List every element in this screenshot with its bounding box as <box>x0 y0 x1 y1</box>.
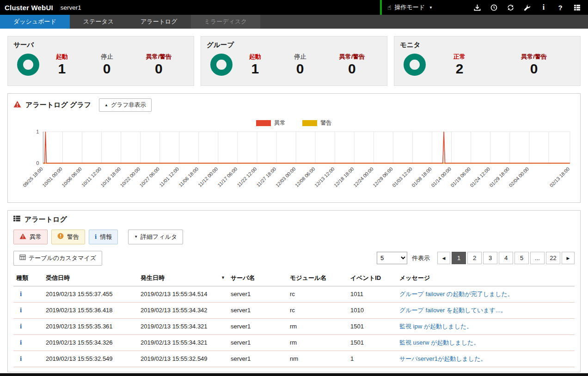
legend-error: 異常 <box>256 119 286 127</box>
info-icon: i <box>20 306 22 314</box>
error-triangle-icon <box>19 233 26 241</box>
page-size-select[interactable]: 5 <box>377 252 407 264</box>
alert-message-link[interactable]: グループ failover の起動が完了しました。 <box>397 286 575 302</box>
svg-text:1: 1 <box>36 129 39 134</box>
svg-text:01/08 18:00: 01/08 18:00 <box>410 166 433 188</box>
titlebar-actions: ☝ 操作モード ▼ i ? <box>380 0 585 15</box>
col-event-id[interactable]: イベントID <box>348 270 397 286</box>
group-summary-card: グループ 起動 1 停止 0 異常/警告 0 <box>201 36 387 86</box>
filter-error-button[interactable]: 異常 <box>13 230 48 244</box>
legend-warning: 警告 <box>302 119 332 127</box>
page-button-ellipsis[interactable]: ... <box>530 252 545 264</box>
alert-graph-title: アラートログ グラフ <box>25 101 91 109</box>
svg-text:11/17 06:00: 11/17 06:00 <box>216 166 238 188</box>
reload-icon[interactable] <box>502 0 519 15</box>
monitor-summary-card: モニタ 正常 2 異常/警告 0 <box>394 36 581 86</box>
tab-status[interactable]: ステータス <box>70 15 127 29</box>
page-button-1[interactable]: 1 <box>452 252 466 264</box>
col-server[interactable]: サーバ名 <box>228 270 287 286</box>
alert-row: i 2019/02/13 15:55:32.549 2019/02/13 15:… <box>13 351 575 367</box>
history-icon[interactable] <box>485 0 502 15</box>
tab-mirror-disk: ミラーディスク <box>191 15 261 29</box>
stat-error: 異常/警告 0 <box>339 53 365 77</box>
integrated-menu-icon[interactable] <box>569 0 585 15</box>
alert-row: i 2019/02/13 15:55:36.418 2019/02/13 15:… <box>13 302 575 318</box>
col-module[interactable]: モジュール名 <box>287 270 348 286</box>
stat-stopped: 停止 0 <box>101 53 113 77</box>
svg-text:11/27 18:00: 11/27 18:00 <box>255 166 277 188</box>
tab-bar: ダッシュボード ステータス アラートログ ミラーディスク <box>0 15 588 29</box>
svg-text:12/03 00:00: 12/03 00:00 <box>275 166 297 188</box>
page-button-5[interactable]: 5 <box>514 252 529 264</box>
page-button-3[interactable]: 3 <box>483 252 497 264</box>
hide-graph-button[interactable]: ▲ グラフ非表示 <box>99 98 152 112</box>
stat-started: 起動 1 <box>56 53 68 77</box>
page-button-22[interactable]: 22 <box>546 252 560 264</box>
svg-text:12/13 12:00: 12/13 12:00 <box>313 166 336 188</box>
caret-up-icon: ▲ <box>104 103 108 107</box>
card-title: グループ <box>207 41 381 49</box>
filter-info-button[interactable]: i 情報 <box>89 230 118 244</box>
customize-table-button[interactable]: テーブルのカスタマイズ <box>13 251 102 266</box>
info-icon: i <box>20 322 22 330</box>
page-button-2[interactable]: 2 <box>467 252 482 264</box>
svg-text:10/11 12:00: 10/11 12:00 <box>80 166 102 188</box>
help-icon[interactable]: ? <box>552 0 569 15</box>
server-donut-chart <box>17 54 39 76</box>
caret-down-icon: ▼ <box>429 6 433 10</box>
svg-text:10/06 06:00: 10/06 06:00 <box>61 166 83 188</box>
svg-text:12/18 18:00: 12/18 18:00 <box>333 166 355 188</box>
operation-mode-label: 操作モード <box>394 3 425 12</box>
alert-message-link[interactable]: 監視 userw が起動しました。 <box>397 334 575 351</box>
col-type[interactable]: 種類 <box>13 270 43 286</box>
page-button-4[interactable]: 4 <box>499 252 513 264</box>
operation-mode-button[interactable]: ☝ 操作モード ▼ <box>380 0 440 15</box>
prev-page-button[interactable]: ◀ <box>437 252 450 264</box>
next-page-button[interactable]: ▶ <box>562 252 575 264</box>
svg-text:10/27 06:00: 10/27 06:00 <box>138 166 160 188</box>
page-size-label: 件表示 <box>412 254 430 262</box>
card-title: モニタ <box>400 41 575 49</box>
info-icon[interactable]: i <box>535 0 552 15</box>
filter-warning-button[interactable]: 警告 <box>51 230 85 244</box>
col-message[interactable]: メッセージ <box>397 270 575 286</box>
group-donut-chart <box>210 54 233 76</box>
download-icon[interactable] <box>469 0 485 15</box>
summary-cards: サーバ 起動 1 停止 0 異常/警告 0 <box>7 36 581 86</box>
wrench-icon[interactable] <box>519 0 535 15</box>
monitor-donut-chart <box>404 54 426 76</box>
table-controls: テーブルのカスタマイズ 5 件表示 ◀ 1 2 3 4 5 ... 22 ▶ <box>13 251 575 266</box>
stat-started: 起動 1 <box>249 53 261 77</box>
alert-row: i 2019/02/13 15:55:37.455 2019/02/13 15:… <box>13 286 575 302</box>
table-icon <box>19 255 26 261</box>
card-title: サーバ <box>13 41 188 49</box>
svg-text:12/29 06:00: 12/29 06:00 <box>372 166 394 188</box>
alert-message-link[interactable]: グループ failover を起動しています...。 <box>397 302 575 318</box>
alert-log-table: 種類 受信日時 発生日時▼ サーバ名 モジュール名 イベントID メッセージ i… <box>13 270 575 367</box>
hand-pointer-icon: ☝ <box>387 4 392 11</box>
alert-graph-panel: アラートログ グラフ ▲ グラフ非表示 異常 警告 0109/25 18:001… <box>7 93 581 203</box>
alert-log-chart: 0109/25 18:0010/01 00:0010/06 06:0010/11… <box>13 128 575 198</box>
alert-message-link[interactable]: サーバserver1が起動しました。 <box>397 351 575 367</box>
alert-filters: 異常 警告 i 情報 ▼ 詳細フィルタ <box>13 230 575 244</box>
svg-text:01/19 06:00: 01/19 06:00 <box>449 166 472 188</box>
grid-icon <box>13 215 20 224</box>
col-occurred[interactable]: 発生日時▼ <box>138 270 228 286</box>
alert-log-title: アラートログ <box>24 215 67 224</box>
stat-error: 異常/警告 0 <box>521 53 547 77</box>
col-received[interactable]: 受信日時 <box>43 270 138 286</box>
sort-desc-icon: ▼ <box>221 275 225 280</box>
alert-message-link[interactable]: 監視 ipw が起動しました。 <box>397 318 575 334</box>
detail-filter-button[interactable]: ▼ 詳細フィルタ <box>128 230 183 244</box>
info-icon: i <box>95 233 97 240</box>
tab-dashboard[interactable]: ダッシュボード <box>0 15 70 29</box>
pagination: ◀ 1 2 3 4 5 ... 22 ▶ <box>437 252 575 264</box>
info-icon: i <box>20 355 22 362</box>
alert-row: i 2019/02/13 15:55:35.361 2019/02/13 15:… <box>13 318 575 334</box>
title-bar: Cluster WebUI server1 ☝ 操作モード ▼ i ? <box>0 0 588 15</box>
legend-warning-swatch <box>302 120 317 126</box>
tab-alert-log[interactable]: アラートログ <box>127 15 191 29</box>
svg-text:11/12 00:00: 11/12 00:00 <box>197 166 219 188</box>
svg-text:11/22 12:00: 11/22 12:00 <box>236 166 257 188</box>
svg-text:11/06 18:00: 11/06 18:00 <box>178 166 199 188</box>
